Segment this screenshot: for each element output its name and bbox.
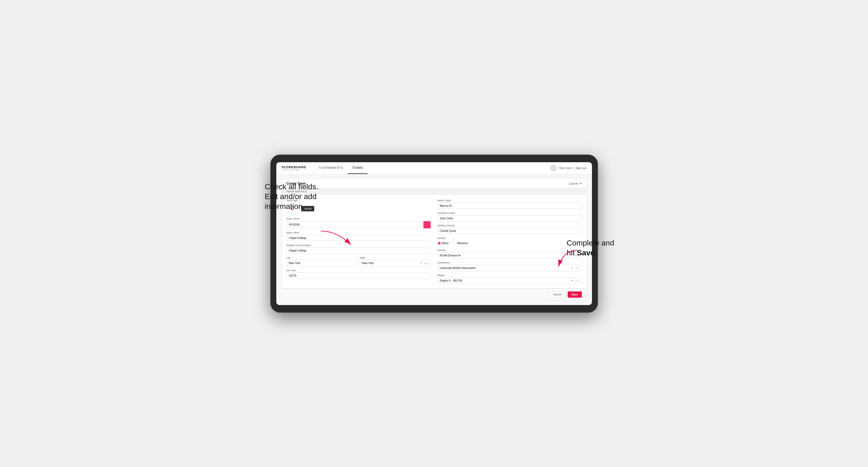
zip-field: Zip code [286,269,431,279]
arrow-left-icon [321,228,353,251]
save-button[interactable]: Save [568,291,582,298]
region-value: Region II - (M) DIII [440,279,462,282]
team-name-label: Team name [286,231,431,234]
logo-title: SCOREBOARD [282,165,306,169]
team-colour-field: Team colour [286,217,431,228]
state-field: State New York ✕ ▲▼ [360,256,431,266]
state-select[interactable]: New York ✕ ▲▼ [360,260,431,266]
gender-row: Mens Womens [437,240,582,246]
mens-radio[interactable] [437,242,441,245]
zip-label: Zip code [286,269,431,272]
athletic-director-input[interactable] [437,228,582,234]
cancel-label: Cancel [569,182,578,185]
gender-mens-option[interactable]: Mens [437,242,448,245]
assistant-coach-label: Assistant Coach [437,212,582,214]
app-logo: SCOREBOARD Powered by clippd [282,165,306,171]
region-field: Region Region II - (M) DIII ✕ ▲▼ [437,274,582,284]
section-label: TEAM DETAILS [282,188,586,195]
city-field: City [286,256,358,266]
navbar-tabs: TOURNAMENTS TEAMS [314,162,550,174]
assistant-coach-field: Assistant Coach [437,212,582,221]
cancel-button[interactable]: Cancel ✕ [569,182,582,185]
assistant-coach-input[interactable] [437,215,582,221]
gender-womens-option[interactable]: Womens [453,242,468,245]
colour-swatch[interactable] [423,221,431,228]
left-column: Team logo C Upload Team colour [286,199,431,284]
region-clear-icon[interactable]: ✕ [571,279,573,282]
cancel-footer-button[interactable]: Cancel [549,291,565,298]
navbar: SCOREBOARD Powered by clippd TOURNAMENTS… [276,162,592,174]
tablet-frame: SCOREBOARD Powered by clippd TOURNAMENTS… [270,155,598,313]
gender-label: Gender [437,237,582,240]
city-input[interactable] [286,260,358,266]
logo-sub: Powered by clippd [282,169,306,171]
team-colour-label: Team colour [286,217,431,220]
mens-label: Mens [442,242,448,245]
colour-input-row [286,221,431,228]
head-coach-field: Head Coach [437,199,582,209]
display-name-input[interactable] [286,247,431,254]
annotation-left: Check all fields. Edit and/or add inform… [265,182,318,212]
conference-value: University Athletic Association [440,267,476,270]
team-name-input[interactable] [286,235,431,241]
state-value: New York [362,261,374,264]
head-coach-label: Head Coach [437,199,582,202]
city-state-field: City State New York ✕ [286,256,431,266]
city-state-row: City State New York ✕ [286,256,431,266]
state-label: State [360,256,431,259]
city-label: City [286,256,358,259]
colour-input[interactable] [286,221,423,228]
navbar-right: Test User | Sign out [550,165,587,171]
head-coach-input[interactable] [437,203,582,209]
display-name-field: Display name (unique) [286,244,431,254]
close-icon[interactable]: ✕ [579,182,582,185]
right-column: Head Coach Assistant Coach Athletic Dire… [437,199,582,284]
tab-teams[interactable]: TEAMS [348,162,367,174]
state-clear-icon[interactable]: ✕ [420,261,422,264]
arrow-right-icon [556,247,583,270]
user-label: Test User | [559,166,573,169]
athletic-director-field: Athletic Director [437,224,582,234]
tab-tournaments[interactable]: TOURNAMENTS [314,162,348,174]
zip-input[interactable] [286,273,431,279]
state-chevron-icon: ▲▼ [424,262,428,264]
region-select[interactable]: Region II - (M) DIII ✕ ▲▼ [437,277,582,284]
avatar [550,165,557,171]
athletic-director-label: Athletic Director [437,224,582,227]
gender-field: Gender Mens Womens [437,237,582,246]
team-name-field: Team name [286,231,431,241]
sign-out-link[interactable]: Sign out [575,166,586,169]
womens-radio[interactable] [453,242,456,245]
region-label: Region [437,274,582,277]
womens-label: Womens [457,242,468,245]
display-name-label: Display name (unique) [286,244,431,247]
form-footer: Cancel Save [282,288,587,301]
region-chevron-icon: ▲▼ [575,280,579,282]
create-team-header: Create Team Cancel ✕ [282,179,587,188]
